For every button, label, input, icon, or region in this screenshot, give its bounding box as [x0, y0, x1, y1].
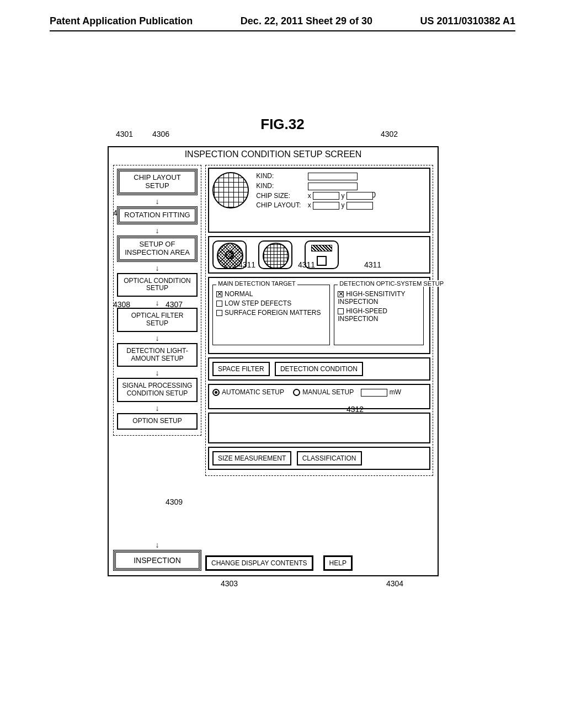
arrow-icon: ↓	[113, 541, 201, 549]
checkbox-lowstep-label: LOW STEP DEFECTS	[225, 299, 291, 307]
checkbox-highsens-label: HIGH-SENSITIVITY INSPECTION	[338, 290, 405, 306]
space-filter-button[interactable]: SPACE FILTER	[212, 362, 270, 376]
arrow-icon: ↓	[117, 227, 198, 234]
arrow-icon: ↓	[117, 404, 198, 412]
kind1-label: KIND:	[256, 172, 306, 180]
chip-size-y-input[interactable]	[347, 192, 373, 200]
area-option-1[interactable]	[212, 240, 247, 269]
screen-title: INSPECTION CONDITION SETUP SCREEN	[109, 147, 438, 163]
chip-size-x-input[interactable]	[313, 192, 339, 200]
arrow-icon: ↓	[117, 264, 198, 272]
arrow-icon: ↓	[117, 334, 198, 342]
checkbox-normal[interactable]: NORMAL	[216, 290, 326, 298]
chip-layout-y-input[interactable]	[347, 202, 373, 210]
ref-4304: 4304	[386, 579, 403, 588]
inspection-button[interactable]: INSPECTION	[113, 550, 201, 571]
change-display-button[interactable]: CHANGE DISPLAY CONTENTS	[205, 555, 313, 571]
area-option-3[interactable]	[305, 240, 339, 269]
step-signal-processing[interactable]: SIGNAL PROCESSING CONDITION SETUP	[117, 378, 198, 402]
radio-auto-label: AUTOMATIC SETUP	[222, 388, 284, 396]
arrow-icon: ↓	[117, 299, 198, 307]
detection-optic-legend: DETECTION OPTIC-SYSTEM SETUP	[338, 280, 445, 287]
wafer-icon	[212, 172, 249, 208]
checkbox-surface-label: SURFACE FOREIGN MATTERS	[225, 309, 321, 317]
checkbox-icon	[216, 301, 222, 307]
workflow-column: CHIP LAYOUT SETUP ↓ ROTATION FITTING ↓ S…	[113, 165, 201, 436]
mw-input[interactable]	[361, 389, 387, 397]
main-detection-target-group: MAIN DETECTION TARGET NORMAL LOW STEP DE…	[212, 285, 330, 345]
arrow-icon: ↓	[117, 197, 198, 205]
ref-4302: 4302	[381, 130, 398, 138]
step-chip-layout-setup[interactable]: CHIP LAYOUT SETUP	[117, 169, 198, 195]
radio-icon	[293, 389, 300, 396]
radio-manual-label: MANUAL SETUP	[302, 388, 354, 396]
chip-layout-label: CHIP LAYOUT:	[256, 201, 306, 209]
kind1-input[interactable]	[308, 173, 358, 180]
help-button[interactable]: HELP	[323, 555, 353, 571]
step-optical-condition[interactable]: OPTICAL CONDITION SETUP	[117, 273, 198, 297]
header-left: Patent Application Publication	[50, 15, 193, 27]
optical-condition-panel: MAIN DETECTION TARGET NORMAL LOW STEP DE…	[208, 277, 430, 354]
radio-manual[interactable]: MANUAL SETUP	[293, 388, 354, 396]
ref-4301: 4301	[116, 130, 133, 138]
step-optical-filter[interactable]: OPTICAL FILTER SETUP	[117, 308, 198, 332]
classification-button[interactable]: CLASSIFICATION	[297, 451, 362, 465]
area-option-2[interactable]	[258, 240, 292, 269]
option-panel: SIZE MEASUREMENT CLASSIFICATION	[208, 447, 430, 470]
inspection-action: ↓ INSPECTION	[113, 541, 201, 571]
header-right: US 2011/0310382 A1	[420, 15, 515, 27]
x-label: x	[308, 201, 311, 209]
bottom-bar: CHANGE DISPLAY CONTENTS HELP	[205, 555, 433, 571]
ref-4303: 4303	[221, 579, 238, 588]
checkbox-high-speed[interactable]: HIGH-SPEED INSPECTION	[338, 307, 420, 323]
mw-unit: mW	[390, 388, 401, 396]
page: Patent Application Publication Dec. 22, …	[0, 0, 565, 728]
x-label: x	[308, 192, 311, 200]
main-detection-legend: MAIN DETECTION TARGET	[216, 280, 297, 287]
checkbox-icon	[338, 308, 344, 314]
checkbox-icon	[216, 310, 222, 316]
chip-layout-x-input[interactable]	[313, 202, 339, 210]
size-measurement-button[interactable]: SIZE MEASUREMENT	[212, 451, 291, 465]
light-amount-panel: AUTOMATIC SETUP MANUAL SETUP mW	[208, 384, 430, 409]
checkbox-icon	[338, 291, 344, 297]
step-rotation-fitting[interactable]: ROTATION FITTING	[117, 206, 198, 224]
checkbox-highspeed-label: HIGH-SPEED INSPECTION	[338, 307, 387, 323]
detection-optic-group: DETECTION OPTIC-SYSTEM SETUP HIGH-SENSIT…	[334, 285, 424, 345]
kind2-input[interactable]	[308, 183, 358, 190]
figure-label: FIG.32	[0, 116, 565, 133]
radio-icon	[212, 389, 220, 396]
page-header: Patent Application Publication Dec. 22, …	[50, 15, 515, 31]
ref-4306a: 4306	[152, 130, 169, 138]
checkbox-normal-label: NORMAL	[225, 290, 253, 298]
step-light-amount[interactable]: DETECTION LIGHT-AMOUNT SETUP	[117, 343, 198, 367]
chip-layout-panel: KIND: KIND: CHIP SIZE: x y CHIP LAYOUT: …	[208, 168, 430, 233]
checkbox-high-sensitivity[interactable]: HIGH-SENSITIVITY INSPECTION	[338, 290, 420, 306]
chip-layout-fields: KIND: KIND: CHIP SIZE: x y CHIP LAYOUT: …	[256, 172, 372, 211]
y-label: y	[341, 192, 344, 200]
optical-filter-panel: SPACE FILTER DETECTION CONDITION	[208, 357, 430, 381]
header-center: Dec. 22, 2011 Sheet 29 of 30	[241, 15, 372, 27]
radio-automatic[interactable]: AUTOMATIC SETUP	[212, 388, 284, 396]
detection-condition-button[interactable]: DETECTION CONDITION	[275, 362, 363, 376]
arrow-icon: ↓	[117, 369, 198, 377]
y-label: y	[341, 201, 344, 209]
kind2-label: KIND:	[256, 182, 306, 190]
checkbox-surface-foreign[interactable]: SURFACE FOREIGN MATTERS	[216, 309, 326, 317]
signal-processing-panel	[208, 413, 430, 443]
checkbox-icon	[216, 291, 222, 297]
chip-size-label: CHIP SIZE:	[256, 192, 306, 200]
inspection-area-panel	[208, 236, 430, 274]
step-option-setup[interactable]: OPTION SETUP	[117, 413, 198, 430]
panels-column: KIND: KIND: CHIP SIZE: x y CHIP LAYOUT: …	[205, 165, 433, 476]
step-inspection-area[interactable]: SETUP OF INSPECTION AREA	[117, 235, 198, 262]
checkbox-low-step[interactable]: LOW STEP DEFECTS	[216, 299, 326, 307]
inspection-setup-screen: INSPECTION CONDITION SETUP SCREEN CHIP L…	[108, 146, 439, 576]
